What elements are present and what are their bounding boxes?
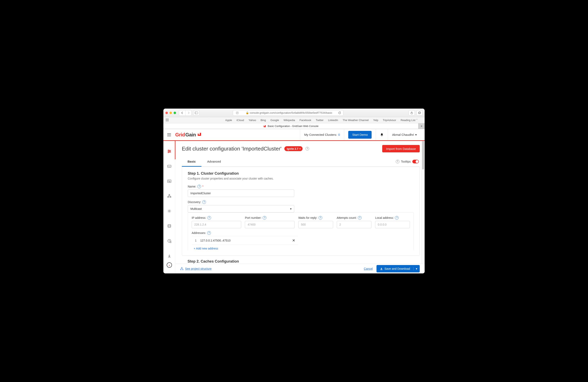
discovery-select[interactable]: Multicast ▾ bbox=[188, 205, 294, 212]
port-label: Port number: ? bbox=[245, 216, 294, 220]
save-dropdown-caret[interactable]: ▾ bbox=[413, 267, 420, 270]
forward-button[interactable] bbox=[185, 110, 191, 115]
logo-gain: Gain bbox=[185, 132, 196, 138]
sidebar-toggle-button[interactable] bbox=[193, 110, 199, 115]
menu-icon[interactable] bbox=[167, 133, 171, 136]
toggle-switch[interactable] bbox=[412, 160, 419, 163]
download-icon bbox=[380, 267, 383, 270]
share-button[interactable] bbox=[409, 110, 415, 115]
discovery-value: Multicast bbox=[190, 207, 202, 210]
project-structure-link[interactable]: See project structure bbox=[180, 267, 211, 270]
port-input[interactable] bbox=[245, 221, 294, 228]
help-icon[interactable]: ? bbox=[263, 216, 266, 220]
svg-point-13 bbox=[168, 150, 169, 151]
name-input[interactable] bbox=[188, 190, 294, 197]
add-address-link[interactable]: + Add new address bbox=[192, 245, 218, 250]
step1-title: Step 1. Cluster Configuration bbox=[188, 171, 414, 176]
tooltips-toggle[interactable]: ? Tooltips bbox=[396, 160, 420, 163]
config-tabs: Basic Advanced ? Tooltips bbox=[182, 156, 420, 167]
brand-logo[interactable]: GridGain bbox=[175, 132, 202, 138]
browser-tab[interactable]: Basic Configuration - GridGain Web Conso… bbox=[163, 123, 419, 129]
attempts-input[interactable] bbox=[337, 221, 372, 228]
sidenav-sql-icon[interactable]: SQL bbox=[167, 164, 171, 168]
cancel-link[interactable]: Cancel bbox=[364, 267, 373, 270]
bookmark-tripadvisor[interactable]: TripAdvisor bbox=[383, 119, 396, 122]
bookmark-wikipedia[interactable]: Wikipedia bbox=[284, 119, 295, 122]
remove-address-icon[interactable]: ✕ bbox=[291, 238, 296, 243]
help-icon[interactable]: ? bbox=[318, 216, 322, 220]
toolbar-right bbox=[409, 110, 422, 115]
addresses-list: 1 127.0.0.1:47500..47510 ✕ bbox=[192, 236, 298, 245]
help-icon[interactable]: ? bbox=[202, 200, 206, 204]
ip-input[interactable] bbox=[192, 221, 241, 228]
connected-clusters[interactable]: My Connected Clusters: 0 bbox=[300, 129, 344, 140]
help-icon[interactable]: ? bbox=[305, 147, 309, 151]
refresh-icon[interactable] bbox=[338, 112, 341, 114]
svg-point-24 bbox=[169, 210, 170, 212]
logo-grid: Grid bbox=[175, 132, 185, 138]
user-name: Akmal Chaudhri bbox=[392, 133, 414, 136]
help-icon[interactable]: ? bbox=[207, 231, 211, 235]
bookmark-icloud[interactable]: iCloud bbox=[236, 119, 244, 122]
ignite-version-label: Ignite 2.7 bbox=[287, 147, 298, 150]
notifications[interactable] bbox=[376, 129, 388, 140]
reader-mode-icon[interactable] bbox=[235, 112, 240, 114]
help-icon[interactable]: ? bbox=[207, 216, 211, 220]
svg-point-23 bbox=[170, 196, 171, 198]
help-icon[interactable]: ? bbox=[395, 216, 399, 220]
bookmark-twitter[interactable]: Twitter bbox=[316, 119, 323, 122]
tab-basic[interactable]: Basic bbox=[182, 156, 201, 167]
app-header: GridGain My Connected Clusters: 0 Start … bbox=[163, 129, 425, 141]
help-icon[interactable]: ? bbox=[197, 185, 201, 188]
save-download-button[interactable]: Save and Download ▾ bbox=[377, 265, 420, 272]
svg-rect-8 bbox=[419, 112, 420, 113]
ignite-badge-icon[interactable] bbox=[167, 262, 172, 268]
bookmark-readinglist[interactable]: Reading List ˅ bbox=[401, 119, 418, 122]
sidenav-data-icon[interactable] bbox=[167, 224, 171, 228]
sidenav-download-icon[interactable] bbox=[167, 254, 171, 258]
start-demo-button[interactable]: Start Demo bbox=[348, 131, 372, 139]
apps-grid-icon[interactable] bbox=[166, 119, 169, 122]
close-window-button[interactable] bbox=[166, 112, 168, 114]
favicon-icon bbox=[263, 125, 266, 128]
bookmark-weather[interactable]: The Weather Channel bbox=[343, 119, 369, 122]
sidenav-history-icon[interactable] bbox=[167, 239, 171, 243]
sidenav-configuration-icon[interactable] bbox=[167, 149, 171, 153]
addresses-label: Addresses: ? bbox=[192, 231, 298, 235]
tabs-overview-button[interactable] bbox=[417, 110, 422, 115]
waits-input[interactable] bbox=[298, 221, 333, 228]
import-from-db-button[interactable]: Import from Database bbox=[382, 145, 420, 152]
address-value: 127.0.0.1:47500..47510 bbox=[200, 239, 231, 242]
sidenav-settings-icon[interactable] bbox=[167, 209, 171, 213]
window-controls bbox=[166, 112, 176, 114]
help-icon[interactable]: ? bbox=[358, 216, 361, 220]
url-bar[interactable]: 🔒console.gridgain.com/configuration/5c6a… bbox=[233, 110, 343, 116]
local-input[interactable] bbox=[375, 221, 410, 228]
bookmark-apple[interactable]: Apple bbox=[225, 119, 232, 122]
connected-clusters-count: 0 bbox=[338, 133, 340, 136]
logo-mark-icon bbox=[197, 132, 202, 136]
bookmark-google[interactable]: Google bbox=[271, 119, 279, 122]
sidenav-cluster-icon[interactable] bbox=[167, 194, 171, 198]
scrollbar-thumb[interactable] bbox=[422, 141, 424, 170]
svg-rect-7 bbox=[418, 112, 420, 114]
browser-toolbar: 🔒console.gridgain.com/configuration/5c6a… bbox=[163, 109, 425, 117]
bookmark-bing[interactable]: Bing bbox=[261, 119, 266, 122]
new-tab-button[interactable]: + bbox=[419, 123, 425, 129]
back-button[interactable] bbox=[179, 110, 185, 115]
required-mark: * bbox=[202, 185, 203, 188]
maximize-window-button[interactable] bbox=[174, 112, 176, 114]
bookmark-facebook[interactable]: Facebook bbox=[299, 119, 311, 122]
minimize-window-button[interactable] bbox=[169, 112, 172, 114]
ignite-version-pill[interactable]: Ignite 2.7 ▾ bbox=[284, 146, 303, 151]
bookmark-yelp[interactable]: Yelp bbox=[373, 119, 378, 122]
bookmark-linkedin[interactable]: LinkedIn bbox=[328, 119, 338, 122]
address-row[interactable]: 1 127.0.0.1:47500..47510 ✕ bbox=[192, 236, 298, 245]
sidenav-monitoring-icon[interactable] bbox=[167, 179, 171, 183]
user-menu[interactable]: Akmal Chaudhri ▾ bbox=[388, 129, 421, 140]
step2-title: Step 2. Caches Configuration bbox=[182, 256, 420, 264]
bookmark-yahoo[interactable]: Yahoo bbox=[249, 119, 256, 122]
bookmarks-bar: Apple iCloud Yahoo Bing Google Wikipedia… bbox=[163, 117, 425, 123]
scrollbar[interactable] bbox=[421, 141, 425, 273]
tab-advanced[interactable]: Advanced bbox=[201, 156, 227, 167]
